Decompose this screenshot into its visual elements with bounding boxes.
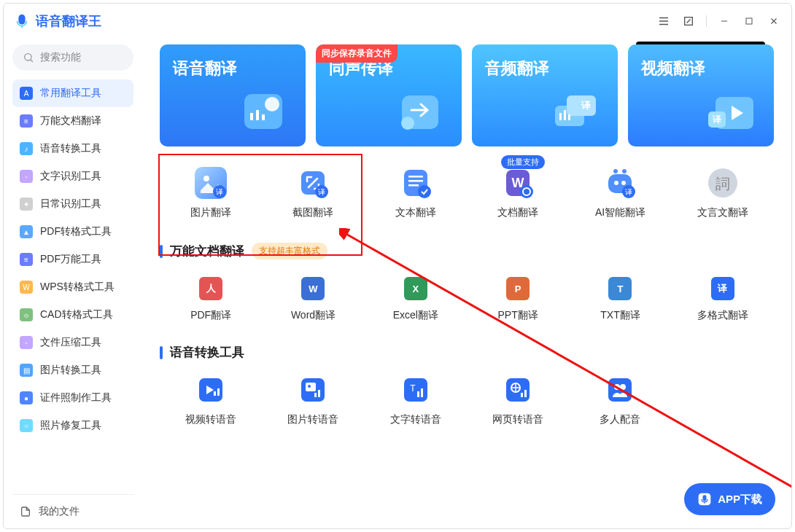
sidebar-item-2[interactable]: ♪语音转换工具 [12,135,133,163]
sidebar-item-8[interactable]: ⌾CAD转格式工具 [12,301,133,329]
svg-point-65 [614,384,620,390]
sidebar-item-1[interactable]: ≡万能文档翻译 [12,107,133,135]
voice-label: 多人配音 [600,413,640,426]
sidebar-item-9[interactable]: ◦文件压缩工具 [12,329,133,356]
svg-rect-49 [214,391,216,396]
sidebar-icon: A [20,87,33,100]
svg-point-40 [622,169,627,173]
hero-icon: 译 [698,81,764,139]
sidebar: 搜索功能 A常用翻译工具≡万能文档翻译♪语音转换工具◦文字识别工具✦日常识别工具… [4,39,142,528]
sidebar-label: 万能文档翻译 [40,114,101,128]
hero-card-3[interactable]: 视频翻译译 [628,44,774,146]
svg-rect-55 [318,390,320,397]
svg-point-6 [265,97,279,112]
sidebar-item-7[interactable]: WWPS转格式工具 [12,273,133,301]
doc-item-2[interactable]: XExcel翻译 [365,270,467,329]
hero-card-1[interactable]: 同步保存录音文件同声传译 [316,44,462,146]
section-voice-title: 语音转换工具 [170,344,244,361]
svg-point-23 [203,176,209,181]
doc-item-0[interactable]: 人PDF翻译 [160,270,262,329]
sidebar-icon: ≡ [20,253,33,266]
svg-rect-16 [564,110,566,120]
section-bar-icon [160,245,163,258]
svg-rect-52 [306,383,316,391]
sidebar-label: CAD转格式工具 [40,308,113,321]
doc-label: Word翻译 [291,309,336,322]
hero-card-2[interactable]: 音频翻译译 [472,44,618,146]
tool-label: 文档翻译 [497,206,538,219]
svg-text:译: 译 [318,188,325,196]
doc-item-5[interactable]: 译多格式翻译 [672,270,774,329]
svg-text:译: 译 [712,114,722,125]
doc-item-1[interactable]: WWord翻译 [262,270,364,329]
voice-icon [608,378,632,404]
sidebar-icon: ▤ [20,364,33,377]
sidebar-item-10[interactable]: ▤图片转换工具 [12,356,133,384]
menu-icon[interactable] [656,14,671,28]
close-icon[interactable] [767,14,781,28]
search-placeholder: 搜索功能 [40,51,81,64]
voice-icon [301,378,325,404]
mic-icon [697,492,712,506]
svg-point-11 [401,117,414,130]
sidebar-item-12[interactable]: ○照片修复工具 [12,412,133,439]
svg-rect-9 [262,114,265,120]
doc-item-4[interactable]: TTXT翻译 [569,270,671,329]
hero-card-0[interactable]: 语音翻译 [160,44,306,146]
doc-label: 多格式翻译 [697,309,748,322]
tool-label: 文本翻译 [395,206,436,219]
svg-text:詞: 詞 [716,176,730,192]
tool-label: 文言文翻译 [697,206,748,219]
sidebar-item-5[interactable]: ▲PDF转格式工具 [12,218,133,246]
search-input[interactable]: 搜索功能 [12,44,133,71]
svg-point-36 [520,185,533,198]
svg-rect-62 [521,393,523,397]
voice-item-1[interactable]: 图片转语音 [262,371,364,434]
tool-label: 截图翻译 [292,206,333,219]
svg-rect-32 [408,184,419,187]
minimize-icon[interactable] [717,14,732,28]
sidebar-item-4[interactable]: ✦日常识别工具 [12,190,133,218]
tool-1[interactable]: 译截图翻译 [262,160,364,227]
my-files-label: 我的文件 [39,505,80,518]
voice-label: 图片转语音 [287,413,338,426]
section-doc-title: 万能文档翻译 [170,243,244,259]
svg-rect-17 [568,114,570,120]
sidebar-item-3[interactable]: ◦文字识别工具 [12,163,133,190]
hero-icon [386,81,451,139]
sidebar-item-6[interactable]: ≡PDF万能工具 [12,246,133,273]
svg-rect-64 [608,378,632,402]
voice-item-4[interactable]: 多人配音 [569,371,671,434]
voice-item-2[interactable]: T文字转语音 [365,371,467,434]
maximize-icon[interactable] [742,14,756,28]
tool-badge: 批量支持 [501,155,545,169]
voice-item-3[interactable]: 网页转语音 [467,371,569,434]
voice-item-0[interactable]: 视频转语音 [160,371,262,434]
app-download-button[interactable]: APP下载 [684,483,775,515]
sidebar-item-11[interactable]: ●证件照制作工具 [12,384,133,412]
tool-5[interactable]: 詞文言文翻译 [672,160,774,227]
sidebar-icon: ● [20,391,33,404]
svg-rect-1 [746,18,752,24]
my-files-button[interactable]: 我的文件 [12,494,133,528]
sidebar-label: PDF转格式工具 [40,225,112,238]
sidebar-item-0[interactable]: A常用翻译工具 [12,79,133,107]
doc-label: TXT翻译 [600,309,640,322]
voice-label: 视频转语音 [185,413,236,426]
tool-2[interactable]: 文本翻译 [365,160,467,227]
sidebar-icon: ✦ [20,197,33,211]
tool-3[interactable]: 批量支持W文档翻译 [467,160,569,227]
svg-text:译: 译 [581,100,592,111]
app-logo-icon [14,13,30,29]
expand-icon[interactable] [681,14,696,28]
doc-item-3[interactable]: PPPT翻译 [467,270,569,329]
sidebar-icon: ◦ [20,170,33,183]
tool-icon: 译 [604,167,636,199]
tool-4[interactable]: 译AI智能翻译 [569,160,671,227]
sidebar-icon: ▲ [20,225,33,238]
tool-0[interactable]: 译图片翻译 [160,160,262,227]
sidebar-label: 日常识别工具 [40,197,101,211]
sidebar-label: 照片修复工具 [40,419,101,432]
hero-label: 音频翻译 [485,59,549,77]
svg-point-42 [621,181,626,185]
